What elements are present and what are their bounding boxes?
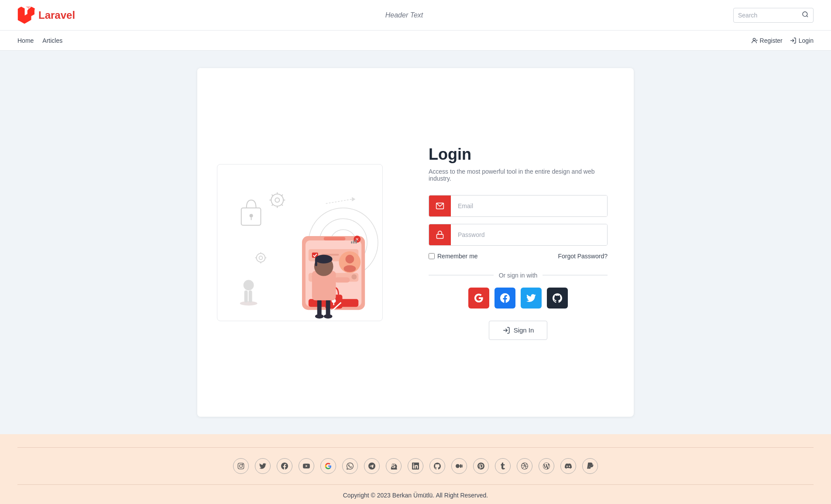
sign-in-icon [502,326,510,334]
login-side: Login Access to the most powerful tool i… [402,68,634,417]
svg-line-20 [272,194,273,195]
footer: Copyright © 2023 Berkan Ümütlü. All Righ… [0,434,831,504]
login-title: Login [429,145,608,164]
svg-line-22 [282,194,283,195]
svg-point-47 [345,254,354,263]
logo-link[interactable]: Laravel [17,7,75,24]
search-box[interactable] [733,8,814,23]
svg-point-14 [271,194,283,206]
facebook-login-button[interactable] [494,288,515,309]
svg-point-2 [753,38,755,40]
illustration-box: ✕ [217,164,383,321]
footer-linkedin-icon[interactable] [408,458,423,474]
nav-articles[interactable]: Articles [42,37,62,44]
top-header: Laravel Header Text [0,0,831,31]
svg-point-15 [275,198,279,202]
forgot-password-link[interactable]: Forgot Password? [558,253,608,260]
footer-whatsapp-icon[interactable] [342,458,358,474]
svg-point-65 [324,314,333,319]
footer-instagram-icon[interactable] [233,458,249,474]
svg-point-51 [351,274,357,279]
email-icon [429,195,451,216]
form-options-row: Remember me Forgot Password? [429,253,608,260]
footer-social-icons [17,458,814,474]
twitter-icon [526,293,536,303]
svg-point-64 [315,314,324,319]
nav-right: Register Login [751,37,814,44]
footer-wordpress-icon[interactable] [539,458,554,474]
footer-paypal-icon[interactable] [582,458,598,474]
sign-in-button[interactable]: Sign In [489,321,548,340]
footer-youtube-icon[interactable] [299,458,314,474]
register-icon [751,37,758,44]
svg-line-21 [282,204,283,206]
svg-rect-67 [335,277,350,282]
footer-tumblr-icon[interactable] [495,458,511,474]
svg-rect-74 [238,463,244,469]
social-buttons [429,288,608,309]
search-button[interactable] [802,11,809,20]
twitter-login-button[interactable] [521,288,542,309]
footer-telegram-icon[interactable] [364,458,380,474]
header-center-text: Header Text [385,11,423,19]
github-login-button[interactable] [547,288,568,309]
footer-dribbble-icon[interactable] [517,458,532,474]
svg-point-48 [343,265,356,272]
svg-rect-62 [317,299,322,316]
login-icon [790,37,797,44]
login-button[interactable]: Login [790,37,814,44]
svg-rect-31 [244,290,248,302]
google-icon [474,293,484,303]
footer-copyright: Copyright © 2023 Berkan Ümütlü. All Righ… [17,492,814,499]
svg-point-25 [259,256,263,259]
svg-rect-40 [353,240,354,243]
footer-medium-icon[interactable] [451,458,467,474]
svg-point-0 [803,12,807,17]
remember-me-checkbox[interactable] [429,253,435,259]
svg-rect-72 [437,234,443,238]
register-button[interactable]: Register [751,37,783,44]
password-input-group [429,224,608,246]
nav-home[interactable]: Home [17,37,34,44]
svg-marker-10 [352,197,355,201]
github-icon [553,293,562,303]
footer-discord-icon[interactable] [560,458,576,474]
nav-left: Home Articles [17,37,62,44]
facebook-icon [500,293,510,303]
svg-point-24 [257,253,265,262]
login-subtitle: Access to the most powerful tool in the … [429,168,608,182]
header-right [733,8,814,23]
divider-right [543,275,608,275]
footer-bottom-divider [17,484,814,485]
footer-skype-icon[interactable] [386,458,402,474]
svg-line-23 [272,204,273,206]
svg-point-30 [240,301,258,305]
footer-pinterest-icon[interactable] [473,458,489,474]
svg-rect-32 [249,290,252,302]
login-illustration: ✕ [217,165,382,321]
svg-point-33 [244,280,254,290]
footer-google-icon[interactable] [320,458,336,474]
password-field[interactable] [451,224,607,245]
social-divider: Or sign in with [429,272,608,279]
google-login-button[interactable] [468,288,489,309]
svg-point-76 [242,464,243,465]
laravel-logo-icon [17,7,35,24]
footer-github-icon[interactable] [429,458,445,474]
divider-left [429,275,494,275]
svg-point-69 [315,254,333,263]
footer-twitter-icon[interactable] [255,458,271,474]
footer-facebook-icon[interactable] [277,458,292,474]
svg-rect-70 [315,259,317,266]
divider-text: Or sign in with [499,272,538,279]
password-icon [429,224,451,245]
main-content: ✕ [0,51,831,434]
email-input-group [429,195,608,217]
remember-me-label[interactable]: Remember me [429,253,478,260]
search-input[interactable] [738,12,799,19]
email-field[interactable] [451,195,607,216]
nav-bar: Home Articles Register Login [0,31,831,51]
svg-line-9 [326,199,352,203]
illustration-side: ✕ [197,68,402,417]
svg-point-12 [250,214,253,217]
